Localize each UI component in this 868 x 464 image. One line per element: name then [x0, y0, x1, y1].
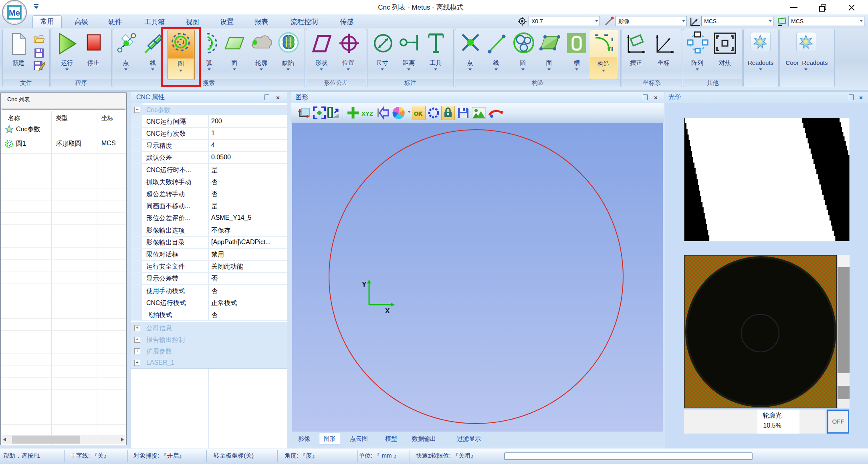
svg-text:Y: Y [362, 281, 367, 288]
svg-text:Me: Me [9, 8, 20, 17]
svg-text:X: X [385, 307, 390, 315]
svg-text:XYZ: XYZ [361, 110, 373, 117]
svg-text:OK: OK [414, 110, 422, 117]
